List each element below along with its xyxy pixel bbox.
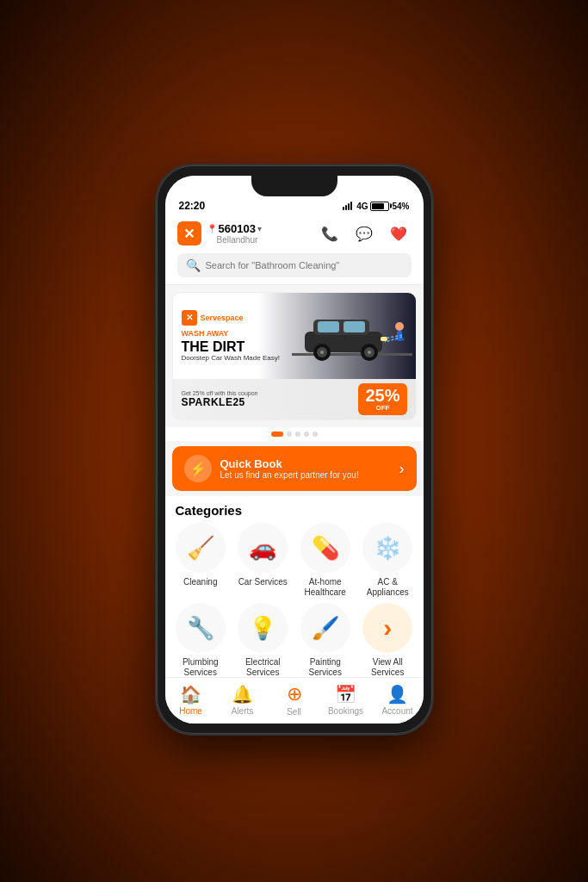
categories-section: Categories 🧹 Cleaning 🚗 Car Services 💊 A…	[165, 496, 424, 677]
pincode: 560103	[219, 222, 256, 235]
quick-book-subtitle: Let us find an expert partner for you!	[220, 470, 359, 480]
battery-icon	[370, 202, 389, 211]
category-view-all[interactable]: › View All Services	[359, 603, 417, 677]
discount-badge: 25% OFF	[358, 383, 406, 415]
category-ac-appliances[interactable]: ❄️ AC & Appliances	[359, 523, 417, 598]
painting-label: Painting Services	[297, 657, 355, 677]
discount-number: 25%	[365, 387, 399, 404]
svg-point-10	[368, 351, 371, 354]
header-icons: 📞 💬 ❤️	[317, 220, 412, 246]
bookings-label: Bookings	[328, 706, 363, 716]
cleaning-icon: 🧹	[176, 523, 226, 573]
view-all-label: View All Services	[359, 657, 417, 677]
bookings-icon: 📅	[335, 684, 356, 705]
quick-book-title: Quick Book	[220, 457, 359, 470]
alerts-label: Alerts	[232, 706, 254, 716]
search-input[interactable]	[206, 260, 403, 270]
app-logo: ✕	[177, 221, 201, 245]
banner-logo-text: Servespace	[201, 314, 244, 322]
coupon-code: SPARKLE25	[182, 396, 258, 408]
scroll-content[interactable]: ✕ Servespace WASH AWAY THE DIRT Doorstep…	[165, 285, 424, 677]
nav-bookings[interactable]: 📅 Bookings	[324, 684, 368, 716]
nav-sell[interactable]: ⊕ Sell	[272, 683, 317, 717]
location-info: 📍 560103 ▾ Bellandhur	[207, 222, 262, 245]
message-button[interactable]: 💬	[351, 220, 377, 246]
city-name: Bellandhur	[217, 235, 262, 245]
battery-percent: 54%	[392, 202, 409, 211]
healthcare-label: At-home Healthcare	[297, 577, 355, 598]
sell-label: Sell	[287, 707, 301, 717]
promo-banner[interactable]: ✕ Servespace WASH AWAY THE DIRT Doorstep…	[172, 292, 417, 420]
category-plumbing[interactable]: 🔧 Plumbing Services	[172, 603, 230, 677]
electrical-icon: 💡	[238, 603, 288, 653]
time: 22:20	[179, 200, 206, 212]
car-illustration	[292, 306, 412, 366]
dot-5[interactable]	[313, 432, 318, 437]
category-healthcare[interactable]: 💊 At-home Healthcare	[297, 523, 355, 598]
nav-alerts[interactable]: 🔔 Alerts	[220, 684, 265, 716]
bottom-nav: 🏠 Home 🔔 Alerts ⊕ Sell 📅 Bookings 👤 Acco…	[165, 677, 424, 724]
banner-logo: ✕ Servespace	[182, 310, 283, 326]
banner-car-area	[269, 293, 415, 379]
electrical-label: Electrical Services	[234, 657, 292, 677]
coupon-bar: Get 25% off with this coupon SPARKLE25 2…	[173, 379, 416, 419]
home-icon: 🏠	[180, 684, 201, 705]
svg-point-12	[395, 322, 404, 331]
svg-rect-0	[292, 353, 412, 356]
ac-appliances-label: AC & Appliances	[359, 577, 417, 598]
status-right: 4G 54%	[343, 202, 409, 211]
dot-1[interactable]	[271, 432, 283, 437]
signal-bar-1	[343, 207, 344, 210]
header: ✕ 📍 560103 ▾ Bellandhur 📞 💬 ❤️	[165, 215, 424, 285]
search-icon: 🔍	[186, 258, 201, 272]
banner-left: ✕ Servespace WASH AWAY THE DIRT Doorstep…	[182, 310, 283, 363]
search-bar[interactable]: 🔍	[177, 253, 412, 277]
category-car-services[interactable]: 🚗 Car Services	[234, 523, 292, 598]
signal-bars	[343, 202, 352, 210]
quick-book-icon: ⚡	[184, 455, 212, 482]
logo-location: ✕ 📍 560103 ▾ Bellandhur	[177, 221, 262, 245]
dot-4[interactable]	[304, 432, 309, 437]
discount-label: OFF	[365, 404, 399, 412]
banner-logo-icon: ✕	[182, 310, 197, 326]
plumbing-label: Plumbing Services	[172, 657, 230, 677]
home-label: Home	[179, 706, 202, 716]
nav-account[interactable]: 👤 Account	[375, 684, 420, 716]
svg-rect-3	[318, 321, 339, 332]
signal-type: 4G	[356, 202, 368, 211]
category-cleaning[interactable]: 🧹 Cleaning	[172, 523, 230, 598]
ac-appliances-icon: ❄️	[362, 523, 412, 573]
notch	[251, 176, 337, 196]
coupon-label: Get 25% off with this coupon	[182, 390, 258, 396]
sell-icon: ⊕	[287, 683, 302, 705]
banner-headline: WASH AWAY	[182, 329, 283, 338]
banner-subtitle: Doorstep Car Wash Made Easy!	[182, 354, 283, 362]
quick-book-arrow-icon: ›	[399, 460, 405, 478]
car-services-icon: 🚗	[238, 523, 288, 573]
cleaning-label: Cleaning	[183, 577, 217, 587]
location-pin[interactable]: 📍 560103 ▾	[207, 222, 262, 235]
coupon-left: Get 25% off with this coupon SPARKLE25	[182, 390, 258, 408]
signal-bar-4	[350, 202, 352, 210]
quick-book-button[interactable]: ⚡ Quick Book Let us find an expert partn…	[172, 446, 417, 491]
alerts-icon: 🔔	[232, 684, 253, 705]
category-painting[interactable]: 🖌️ Painting Services	[297, 603, 355, 677]
phone-button[interactable]: 📞	[317, 220, 343, 246]
battery-fill	[372, 203, 384, 209]
view-all-icon: ›	[362, 603, 412, 653]
svg-point-7	[320, 351, 324, 354]
dot-3[interactable]	[295, 432, 300, 437]
wishlist-button[interactable]: ❤️	[386, 220, 412, 246]
chevron-down-icon: ▾	[257, 224, 262, 233]
categories-title: Categories	[165, 496, 424, 523]
signal-bar-2	[345, 205, 347, 210]
pin-icon: 📍	[207, 224, 217, 233]
account-label: Account	[381, 706, 412, 716]
car-services-label: Car Services	[238, 577, 288, 587]
nav-home[interactable]: 🏠 Home	[169, 684, 214, 716]
category-electrical[interactable]: 💡 Electrical Services	[234, 603, 292, 677]
banner-inner: ✕ Servespace WASH AWAY THE DIRT Doorstep…	[173, 293, 416, 379]
categories-grid: 🧹 Cleaning 🚗 Car Services 💊 At-home Heal…	[165, 523, 424, 677]
painting-icon: 🖌️	[300, 603, 350, 653]
dot-2[interactable]	[287, 432, 292, 437]
